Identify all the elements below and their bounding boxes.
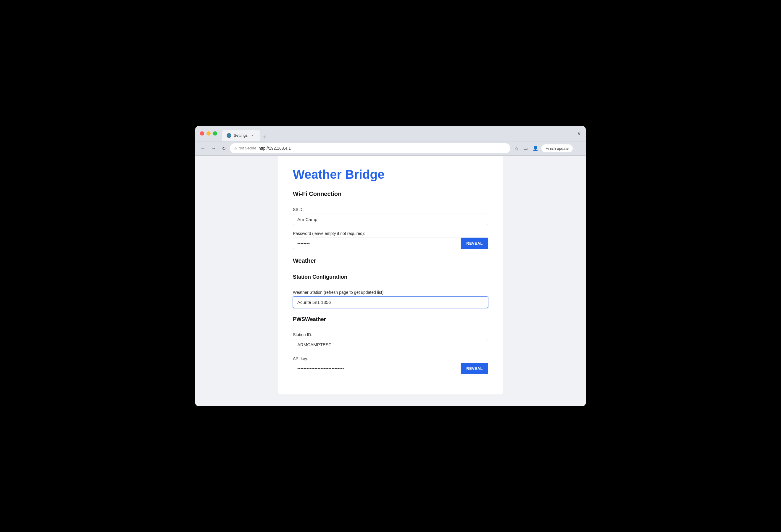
bookmark-button[interactable]: ☆ [513,145,520,152]
wifi-divider [293,201,488,201]
tab-close-button[interactable]: × [250,133,255,138]
wifi-section: Wi-Fi Connection SSID: Password (leave e… [293,191,488,249]
maximize-button[interactable] [213,131,217,135]
pws-divider [293,326,488,326]
password-field-group: Password (leave empty if not required): … [293,231,488,249]
close-button[interactable] [200,131,204,135]
more-menu-button[interactable]: ⋮ [574,145,582,152]
station-id-field-group: Station ID: [293,332,488,350]
password-input[interactable] [293,238,461,249]
station-config-title: Station Configuration [293,274,488,280]
address-text: http://192.168.4.1 [258,146,291,151]
api-key-label: API key: [293,356,488,361]
profile-button[interactable]: 👤 [531,145,540,152]
station-config-section: Station Configuration Weather Station (r… [293,274,488,308]
ssid-input[interactable] [293,214,488,225]
password-label: Password (leave empty if not required): [293,231,488,236]
tab-area: 🌐 Settings × + [222,126,575,141]
ssid-field-group: SSID: [293,207,488,225]
api-key-reveal-button[interactable]: REVEAL [461,363,488,374]
weather-section-title: Weather [293,257,488,264]
station-field-group: Weather Station (refresh page to get upd… [293,290,488,308]
address-bar[interactable]: ⚠ Not Secure http://192.168.4.1 [230,143,510,153]
forward-button[interactable]: → [209,145,218,152]
password-reveal-button[interactable]: REVEAL [461,238,488,249]
nav-bar: ← → ↻ ⚠ Not Secure http://192.168.4.1 ☆ … [195,141,586,156]
pws-section: PWSWeather Station ID: API key: REVEAL [293,316,488,374]
weather-divider [293,268,488,268]
tab-favicon: 🌐 [227,133,231,138]
station-input[interactable] [293,296,488,308]
back-button[interactable]: ← [199,145,207,152]
api-key-wrapper: REVEAL [293,363,488,374]
browser-window: 🌐 Settings × + ∨ ← → ↻ ⚠ Not Secure http… [195,126,586,406]
new-tab-button[interactable]: + [260,133,268,141]
nav-actions: ☆ ▭ 👤 Finish update ⋮ [513,145,582,152]
security-indicator: ⚠ Not Secure [234,146,256,150]
api-key-input[interactable] [293,363,461,374]
pws-title: PWSWeather [293,316,488,323]
finish-update-button[interactable]: Finish update [541,145,573,152]
page-title: Weather Bridge [293,167,488,182]
active-tab[interactable]: 🌐 Settings × [222,130,260,141]
tab-title: Settings [234,133,248,137]
station-config-divider [293,284,488,284]
password-wrapper: REVEAL [293,238,488,249]
title-bar: 🌐 Settings × + ∨ [195,126,586,141]
station-id-label: Station ID: [293,332,488,337]
warning-icon: ⚠ [234,146,237,150]
reload-button[interactable]: ↻ [220,145,228,152]
traffic-lights [200,131,217,135]
page-content: Weather Bridge Wi-Fi Connection SSID: Pa… [195,156,586,406]
minimize-button[interactable] [206,131,211,135]
wifi-section-title: Wi-Fi Connection [293,191,488,197]
ssid-label: SSID: [293,207,488,212]
weather-section: Weather Station Configuration Weather St… [293,257,488,374]
not-secure-label: Not Secure [239,146,256,150]
api-key-field-group: API key: REVEAL [293,356,488,374]
content-card: Weather Bridge Wi-Fi Connection SSID: Pa… [278,156,503,395]
station-id-input[interactable] [293,339,488,350]
sidebar-button[interactable]: ▭ [522,145,530,152]
station-label: Weather Station (refresh page to get upd… [293,290,488,295]
expand-icon[interactable]: ∨ [577,130,581,137]
